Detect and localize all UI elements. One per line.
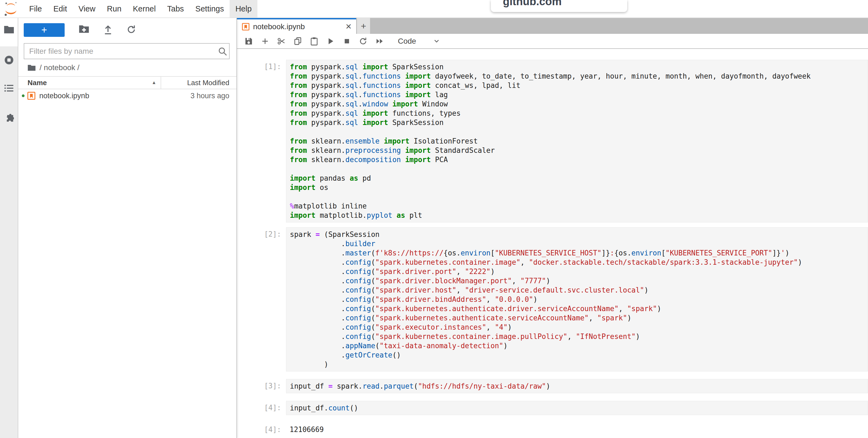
code-cell: [1]:from pyspark.sql import SparkSession… [237, 60, 868, 223]
code-line: import os [290, 183, 868, 192]
tab-label: notebook.ipynb [253, 22, 305, 31]
file-list-header: Name ▲ Last Modified [18, 76, 237, 89]
notebook-tab-icon [242, 23, 250, 31]
popup-text: github.com [503, 0, 562, 7]
code-line: from pyspark.sql import SparkSession [290, 118, 868, 127]
cell-type-value: Code [398, 37, 416, 46]
menu-help[interactable]: Help [229, 0, 257, 18]
file-row-notebook[interactable]: notebook.ipynb 3 hours ago [18, 89, 237, 103]
code-line: import matplotlib.pyplot as plt [290, 211, 868, 220]
menu-run[interactable]: Run [101, 0, 127, 18]
code-line: .config("spark.kubernetes.container.imag… [290, 258, 868, 267]
execution-prompt: [3]: [237, 379, 286, 393]
code-line [290, 164, 868, 174]
sidebar-tab-running-sessions[interactable] [0, 47, 18, 75]
paste-cells-button[interactable] [310, 37, 318, 46]
cut-cells-button[interactable] [277, 37, 285, 46]
code-line: from sklearn.preprocessing import Standa… [290, 146, 868, 155]
code-line [290, 127, 868, 137]
code-editor[interactable]: spark = (SparkSession .builder .master(f… [286, 227, 868, 372]
output-text: 12106669 [286, 423, 868, 438]
folder-icon [4, 25, 14, 47]
execution-prompt: [1]: [237, 60, 286, 74]
cell-list: [1]:from pyspark.sql import SparkSession… [237, 49, 868, 438]
filter-files-input[interactable] [24, 43, 229, 59]
code-line: .getOrCreate() [290, 350, 868, 360]
code-line: .config("spark.driver.bindAddress", "0.0… [290, 295, 868, 304]
file-browser-toolbar: + [18, 18, 237, 42]
code-line: .config("spark.executor.instances", "4") [290, 323, 868, 332]
sidebar-tab-extensions[interactable] [0, 104, 18, 133]
column-header-name[interactable]: Name ▲ [18, 77, 161, 89]
code-line: .config("spark.kubernetes.authenticate.d… [290, 304, 868, 313]
code-line: .config("spark.kubernetes.authenticate.s… [290, 313, 868, 323]
home-folder-icon [28, 64, 36, 71]
browser-popup: github.com [491, 0, 627, 12]
code-line: from pyspark.sql import SparkSession [290, 62, 868, 71]
stop-circle-icon [4, 55, 14, 75]
code-editor[interactable]: input_df.count() [286, 401, 868, 415]
run-cell-button[interactable] [327, 37, 335, 46]
restart-run-all-button[interactable] [375, 37, 384, 46]
breadcrumb-path: / notebook / [39, 63, 80, 72]
code-line: input_df.count() [290, 403, 868, 413]
interrupt-kernel-button[interactable] [343, 37, 351, 46]
sidebar-tab-table-of-contents[interactable] [0, 75, 18, 104]
refresh-button[interactable] [127, 25, 136, 35]
code-editor[interactable]: input_df = spark.read.parquet("hdfs://hd… [286, 379, 868, 393]
file-name: notebook.ipynb [39, 92, 89, 100]
upload-button[interactable] [103, 25, 113, 35]
menu-bar: File Edit View Run Kernel Tabs Settings … [0, 0, 868, 18]
breadcrumb[interactable]: / notebook / [18, 59, 237, 76]
code-cell: [2]:spark = (SparkSession .builder .mast… [237, 227, 868, 372]
restart-kernel-button[interactable] [359, 37, 367, 46]
jupyter-logo-icon [3, 1, 19, 17]
notebook-toolbar: Code [237, 34, 868, 49]
notebook-file-icon [27, 92, 35, 100]
menu-edit[interactable]: Edit [48, 0, 73, 18]
sidebar-tab-file-browser[interactable] [0, 18, 18, 47]
output-prompt: [4]: [237, 423, 286, 436]
menu-kernel[interactable]: Kernel [127, 0, 161, 18]
code-line: from pyspark.sql.functions import dayofw… [290, 71, 868, 81]
new-launcher-button[interactable]: + [24, 23, 65, 37]
menu-settings[interactable]: Settings [189, 0, 229, 18]
sort-ascending-icon: ▲ [152, 80, 156, 85]
execution-prompt: [4]: [237, 401, 286, 414]
code-line: .master(f'k8s://https://{os.environ["KUB… [290, 249, 868, 258]
tab-bar: notebook.ipynb ✕ + [237, 18, 868, 34]
code-line: .builder [290, 239, 868, 249]
new-folder-button[interactable] [79, 25, 89, 35]
code-line [290, 192, 868, 201]
tab-close-icon[interactable]: ✕ [345, 23, 352, 31]
cell-type-dropdown[interactable]: Code [398, 37, 440, 46]
menu-tabs[interactable]: Tabs [161, 0, 189, 18]
menu-view[interactable]: View [73, 0, 101, 18]
copy-cells-button[interactable] [294, 37, 302, 46]
code-line: from pyspark.sql import functions, types [290, 109, 868, 118]
menu-file[interactable]: File [24, 0, 48, 18]
code-cell: [3]:input_df = spark.read.parquet("hdfs:… [237, 379, 868, 393]
code-line: input_df = spark.read.parquet("hdfs://hd… [290, 381, 868, 391]
column-header-last-modified[interactable]: Last Modified [161, 77, 237, 89]
code-line: from sklearn.decomposition import PCA [290, 155, 868, 164]
code-line: from pyspark.sql.functions import lag [290, 90, 868, 99]
code-cell: [4]:input_df.count() [237, 401, 868, 415]
file-modified-time: 3 hours ago [190, 92, 229, 100]
tab-notebook[interactable]: notebook.ipynb ✕ [237, 18, 356, 34]
add-cell-button[interactable] [261, 37, 269, 46]
save-button[interactable] [245, 37, 253, 46]
activity-bar [0, 18, 18, 438]
chevron-down-icon [433, 38, 440, 44]
code-line: .config("spark.driver.blockManager.port"… [290, 276, 868, 286]
code-line: from pyspark.sql.functions import concat… [290, 81, 868, 90]
code-line: %matplotlib inline [290, 201, 868, 211]
main-area: + [0, 18, 868, 438]
code-editor[interactable]: from pyspark.sql import SparkSessionfrom… [286, 60, 868, 223]
new-tab-button[interactable]: + [357, 18, 370, 34]
code-line: import pandas as pd [290, 174, 868, 183]
output-row: [4]:12106669 [237, 423, 868, 438]
list-icon [4, 84, 13, 104]
file-browser-panel: + [18, 18, 237, 438]
code-line: spark = (SparkSession [290, 230, 868, 239]
